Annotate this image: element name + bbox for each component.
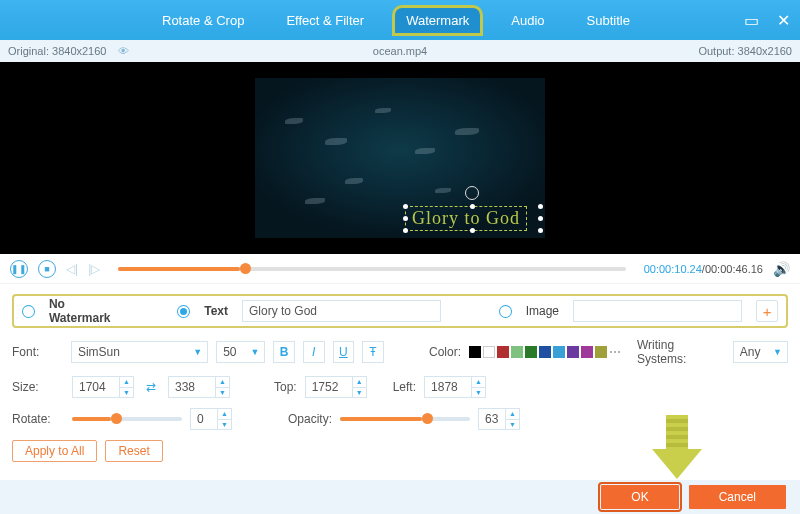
rotate-opacity-row: Rotate: 0▲▼ Opacity: 63▲▼ [12, 408, 788, 430]
titlebar: Rotate & Crop Effect & Filter Watermark … [0, 0, 800, 40]
swatch[interactable] [539, 346, 551, 358]
color-label: Color: [429, 345, 461, 359]
swatch[interactable] [553, 346, 565, 358]
more-colors-icon[interactable]: ⋯ [609, 345, 621, 359]
swatch[interactable] [581, 346, 593, 358]
cancel-button[interactable]: Cancel [689, 485, 786, 509]
size-label: Size: [12, 380, 64, 394]
swatch[interactable] [567, 346, 579, 358]
preview-toggle-icon[interactable]: 👁 [118, 45, 129, 57]
watermark-rotate-handle[interactable] [465, 186, 479, 200]
writing-systems-label: Writing Systems: [637, 338, 725, 366]
swatch[interactable] [525, 346, 537, 358]
apply-to-all-button[interactable]: Apply to All [12, 440, 97, 462]
volume-icon[interactable]: 🔊 [773, 261, 790, 277]
font-label: Font: [12, 345, 63, 359]
italic-button[interactable]: I [303, 341, 325, 363]
tab-rotate-crop[interactable]: Rotate & Crop [150, 7, 256, 34]
radio-image[interactable] [499, 305, 512, 318]
panel-buttons: Apply to All Reset [12, 440, 788, 462]
next-frame-icon[interactable]: |▷ [88, 262, 100, 276]
ok-button[interactable]: OK [601, 485, 678, 509]
reset-button[interactable]: Reset [105, 440, 162, 462]
bold-button[interactable]: B [273, 341, 295, 363]
close-icon[interactable]: ✕ [777, 11, 790, 30]
swatch[interactable] [511, 346, 523, 358]
font-row: Font: SimSun▼ 50▼ B I U Ŧ Color: ⋯ [12, 338, 788, 366]
rotate-slider[interactable] [72, 417, 182, 421]
opacity-spinner[interactable]: 63▲▼ [478, 408, 520, 430]
tab-subtitle[interactable]: Subtitle [575, 7, 642, 34]
pause-button[interactable]: ❚❚ [10, 260, 28, 278]
tab-audio[interactable]: Audio [499, 7, 556, 34]
tab-watermark[interactable]: Watermark [394, 7, 481, 34]
video-frame[interactable]: Glory to God [255, 78, 545, 238]
swatch[interactable] [483, 346, 495, 358]
font-family-select[interactable]: SimSun▼ [71, 341, 208, 363]
time-display: 00:00:10.24/00:00:46.16 [644, 263, 763, 275]
playback-bar: ❚❚ ■ ◁| |▷ 00:00:10.24/00:00:46.16 🔊 [0, 254, 800, 284]
watermark-panel: No Watermark Text Image + Font: SimSun▼ … [0, 284, 800, 470]
left-label: Left: [393, 380, 416, 394]
stop-button[interactable]: ■ [38, 260, 56, 278]
swatch[interactable] [595, 346, 607, 358]
width-spinner[interactable]: 1704▲▼ [72, 376, 134, 398]
rotate-spinner[interactable]: 0▲▼ [190, 408, 232, 430]
radio-text[interactable] [177, 305, 190, 318]
size-row: Size: 1704▲▼ ⇄ 338▲▼ Top: 1752▲▼ Left: 1… [12, 376, 788, 398]
watermark-text-overlay[interactable]: Glory to God [405, 206, 527, 231]
video-preview: Glory to God [0, 62, 800, 254]
original-resolution: Original: 3840x2160 👁 [8, 45, 129, 57]
swatch[interactable] [469, 346, 481, 358]
text-label: Text [204, 304, 228, 318]
timeline-thumb[interactable] [240, 263, 251, 274]
height-spinner[interactable]: 338▲▼ [168, 376, 230, 398]
underline-button[interactable]: U [333, 341, 355, 363]
top-spinner[interactable]: 1752▲▼ [305, 376, 367, 398]
rotate-label: Rotate: [12, 412, 64, 426]
watermark-type-row: No Watermark Text Image + [12, 294, 788, 328]
infobar: Original: 3840x2160 👁 ocean.mp4 Output: … [0, 40, 800, 62]
color-swatches: ⋯ [469, 345, 621, 359]
timeline-slider[interactable] [118, 267, 625, 271]
writing-systems-select[interactable]: Any▼ [733, 341, 788, 363]
swatch[interactable] [497, 346, 509, 358]
prev-frame-icon[interactable]: ◁| [66, 262, 78, 276]
tabs: Rotate & Crop Effect & Filter Watermark … [150, 7, 642, 34]
minimize-icon[interactable]: ▭ [744, 11, 759, 30]
footer: OK Cancel [0, 480, 800, 514]
radio-no-watermark[interactable] [22, 305, 35, 318]
font-size-select[interactable]: 50▼ [216, 341, 265, 363]
opacity-label: Opacity: [288, 412, 332, 426]
link-aspect-icon[interactable]: ⇄ [142, 380, 160, 394]
add-image-button[interactable]: + [756, 300, 778, 322]
watermark-text-input[interactable] [242, 300, 441, 322]
top-label: Top: [274, 380, 297, 394]
watermark-image-input[interactable] [573, 300, 742, 322]
image-label: Image [526, 304, 559, 318]
tab-effect-filter[interactable]: Effect & Filter [274, 7, 376, 34]
left-spinner[interactable]: 1878▲▼ [424, 376, 486, 398]
window-controls: ▭ ✕ [744, 11, 790, 30]
strikethrough-button[interactable]: Ŧ [362, 341, 384, 363]
no-watermark-label: No Watermark [49, 297, 129, 325]
opacity-slider[interactable] [340, 417, 470, 421]
output-resolution: Output: 3840x2160 [698, 45, 792, 57]
